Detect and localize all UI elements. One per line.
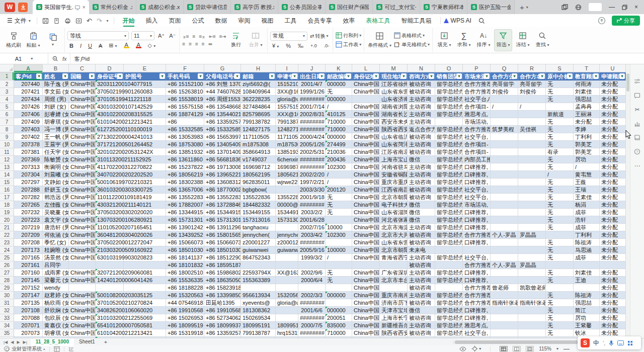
cell[interactable]: 杨涓 bbox=[574, 201, 600, 209]
cell[interactable]: 184482332 bbox=[241, 201, 276, 209]
cell[interactable]: 口碑推荐, bbox=[463, 239, 491, 246]
cell[interactable]: ######## bbox=[298, 126, 326, 133]
cell[interactable]: 无 bbox=[546, 186, 574, 194]
cell[interactable]: 430321200211140121 bbox=[96, 201, 124, 209]
cell[interactable]: 留学总经办 bbox=[435, 231, 463, 239]
cell[interactable]: 370105199411221118 bbox=[96, 96, 124, 103]
cell[interactable]: 未分配 bbox=[600, 269, 626, 277]
cell[interactable]: 被动咨询 bbox=[408, 239, 435, 246]
cell[interactable]: 留学总经办 bbox=[435, 216, 463, 224]
cell[interactable]: 799138782 bbox=[276, 118, 298, 126]
cell[interactable]: 2000/6/4 bbox=[298, 277, 326, 284]
cell[interactable]: 207165 bbox=[14, 254, 43, 261]
cell[interactable]: 被动咨询 bbox=[408, 231, 435, 239]
menu-tab-工具[interactable]: 工具 bbox=[279, 14, 302, 27]
first-sheet-icon[interactable]: |◀ bbox=[4, 340, 8, 344]
cell[interactable]: 未分配 bbox=[600, 284, 626, 292]
cell[interactable]: 207282 bbox=[14, 194, 43, 201]
cell[interactable]: 被动咨询 bbox=[408, 88, 435, 96]
cell[interactable] bbox=[124, 314, 166, 322]
cell[interactable]: China中国 bbox=[352, 194, 380, 201]
cell[interactable]: China中国 bbox=[69, 186, 96, 194]
cell[interactable] bbox=[491, 201, 518, 209]
cell[interactable]: 835000 bbox=[326, 322, 352, 329]
cell[interactable]: 留学总经办 bbox=[435, 314, 463, 322]
cell[interactable]: 韩浩远 (男 bbox=[43, 194, 69, 201]
cell[interactable]: 无 bbox=[546, 209, 574, 216]
cell[interactable]: 181308362 bbox=[241, 307, 276, 314]
cell[interactable] bbox=[518, 246, 546, 254]
cell[interactable] bbox=[463, 246, 491, 254]
cell[interactable]: 无 bbox=[546, 133, 574, 141]
cell[interactable]: 2001/6/28 bbox=[298, 216, 326, 224]
book-icon[interactable] bbox=[634, 134, 640, 141]
cell[interactable]: 180562195 bbox=[276, 171, 298, 179]
cell[interactable]: ######## bbox=[298, 239, 326, 246]
header-cell[interactable]: 申请专用 bbox=[276, 72, 298, 80]
column-header-K[interactable]: K bbox=[326, 64, 352, 72]
cell[interactable]: 108409964 bbox=[241, 88, 276, 96]
cell[interactable]: 李文茹 (女 bbox=[43, 88, 69, 96]
cell[interactable]: 凯歌曾老师 bbox=[518, 284, 546, 292]
cell[interactable] bbox=[276, 186, 298, 194]
cell[interactable]: +86 15575158 bbox=[166, 103, 204, 111]
cell[interactable]: 未分配 bbox=[600, 292, 626, 299]
cell[interactable]: 124827175 bbox=[241, 126, 276, 133]
header-cell[interactable]: 销售团队 bbox=[435, 72, 463, 80]
cell[interactable]: 陈子逸 (男 bbox=[43, 80, 69, 88]
cell[interactable]: +86 1335925706 bbox=[204, 329, 241, 337]
cell[interactable]: 2003/3/30 bbox=[298, 186, 326, 194]
cell[interactable]: 郭美芝 bbox=[574, 148, 600, 156]
document-tab-active[interactable]: S英国留学生..× bbox=[33, 0, 89, 14]
document-tab[interactable]: S医护五险一金.xlsx bbox=[467, 0, 515, 14]
cell[interactable]: China中国 bbox=[352, 254, 380, 261]
cell[interactable]: 厉功 bbox=[574, 156, 600, 163]
cell[interactable]: 未分配 bbox=[600, 209, 626, 216]
cell[interactable]: 207145 bbox=[14, 277, 43, 284]
cell[interactable]: 合作项目- bbox=[463, 141, 491, 148]
cell[interactable]: 赵君婷 (女 bbox=[43, 292, 69, 299]
cell[interactable]: +86 1360831276 bbox=[204, 179, 241, 186]
cell[interactable]: 山东省淄博 bbox=[380, 209, 408, 216]
cell[interactable]: 留学总经办 bbox=[435, 179, 463, 186]
filter-dropdown-icon[interactable] bbox=[401, 73, 407, 79]
cell[interactable] bbox=[124, 277, 166, 284]
row-header[interactable]: 24 bbox=[0, 246, 14, 254]
filter-dropdown-icon[interactable] bbox=[567, 73, 573, 79]
cell[interactable] bbox=[491, 141, 518, 148]
header-cell[interactable]: 父母电话号码 bbox=[204, 72, 241, 80]
cell[interactable]: 180562195 bbox=[241, 171, 276, 179]
cell[interactable]: +86 13901242 bbox=[166, 224, 204, 231]
help-icon[interactable]: ? bbox=[634, 148, 640, 155]
find-button[interactable]: 查找 ▾ bbox=[533, 32, 551, 48]
cell[interactable] bbox=[276, 224, 298, 231]
cell[interactable]: 被动咨询 bbox=[408, 329, 435, 337]
cell[interactable]: +86 18302388 bbox=[166, 179, 204, 186]
page-break-view-button[interactable] bbox=[526, 346, 534, 351]
cell[interactable]: 主动咨询 bbox=[408, 163, 435, 171]
cell[interactable]: 654101200007050581 bbox=[96, 322, 124, 329]
cell[interactable] bbox=[491, 269, 518, 277]
cell[interactable]: China中国 bbox=[69, 269, 96, 277]
cell[interactable]: 被动咨询 bbox=[408, 299, 435, 307]
cell[interactable]: 口碑推荐, bbox=[463, 269, 491, 277]
filter-button[interactable]: 筛选 ▾ bbox=[494, 29, 512, 51]
cell[interactable] bbox=[124, 88, 166, 96]
cell[interactable] bbox=[435, 261, 463, 269]
cell[interactable]: China中国 bbox=[69, 80, 96, 88]
cell[interactable]: 市场活动, bbox=[463, 201, 491, 209]
cell[interactable]: 亮哥留学 bbox=[518, 80, 546, 88]
cell[interactable]: +86 15237822 bbox=[166, 163, 204, 171]
cell[interactable]: 桂婉唯 (女 bbox=[43, 246, 69, 254]
cell[interactable]: 胡睿琪 (女 bbox=[43, 329, 69, 337]
cell[interactable]: 陈祖涛 bbox=[574, 239, 600, 246]
fill-button[interactable]: 填充 ▾ bbox=[435, 32, 453, 48]
cell[interactable]: 个人-罗晶 bbox=[491, 231, 518, 239]
cell[interactable] bbox=[491, 171, 518, 179]
cell[interactable]: 207173 bbox=[14, 246, 43, 254]
cell[interactable]: 32010220020531242X bbox=[96, 148, 124, 156]
cell[interactable]: 马思涵 bbox=[574, 246, 600, 254]
cell[interactable]: 360103200303300725 bbox=[96, 186, 124, 194]
layout-icon[interactable] bbox=[561, 4, 568, 11]
cell[interactable]: China中国 bbox=[69, 88, 96, 96]
